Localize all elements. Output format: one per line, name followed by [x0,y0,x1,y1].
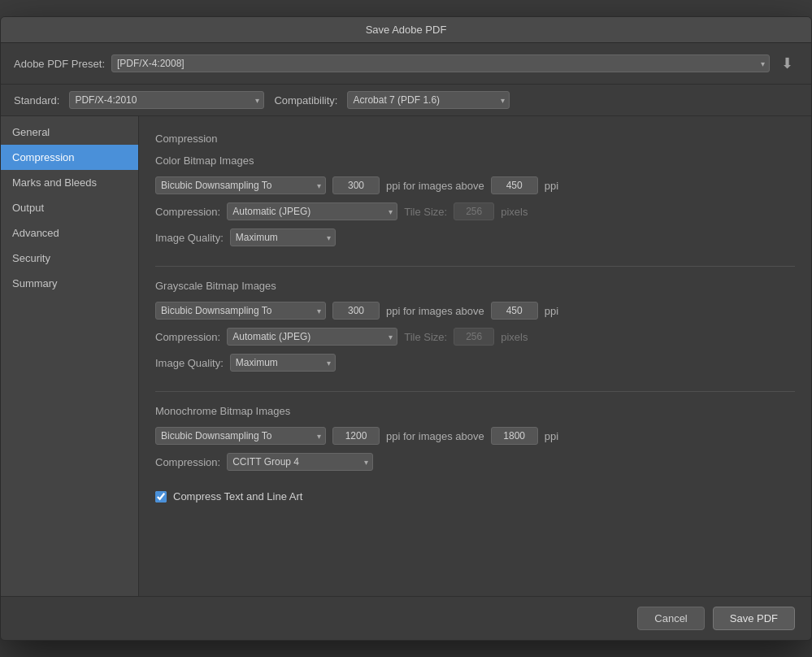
gray-compression-label: Compression: [155,331,220,343]
gray-quality-select[interactable]: Maximum [230,354,336,372]
download-preset-button[interactable]: ⬇ [776,53,798,74]
gray-tile-size-input [454,328,494,346]
color-sampling-select[interactable]: Bicubic Downsampling To [155,176,326,194]
color-sampling-row: Bicubic Downsampling To ppi for images a… [155,176,795,194]
sidebar: General Compression Marks and Bleeds Out… [1,116,139,596]
compress-text-label[interactable]: Compress Text and Line Art [173,490,302,503]
content-area: Compression Color Bitmap Images Bicubic … [139,116,811,596]
sidebar-item-compression[interactable]: Compression [1,145,138,170]
preset-label: Adobe PDF Preset: [14,58,105,70]
color-quality-label: Image Quality: [155,232,224,244]
sidebar-item-summary[interactable]: Summary [1,271,138,296]
color-quality-row: Image Quality: Maximum [155,228,795,246]
gray-sampling-wrapper: Bicubic Downsampling To [155,302,326,320]
color-ppi-input[interactable] [332,176,380,194]
color-compression-row: Compression: Automatic (JPEG) Tile Size:… [155,202,795,220]
color-quality-select[interactable]: Maximum [230,228,336,246]
sidebar-item-advanced[interactable]: Advanced [1,220,138,246]
compatibility-label: Compatibility: [274,94,337,107]
mono-ppi-input[interactable] [332,427,380,445]
gray-quality-row: Image Quality: Maximum [155,354,795,372]
sidebar-item-marks-and-bleeds[interactable]: Marks and Bleeds [1,170,138,195]
preset-select[interactable]: [PDF/X-4:2008] [111,54,770,72]
color-compression-select[interactable]: Automatic (JPEG) [227,202,397,220]
color-sampling-wrapper: Bicubic Downsampling To [155,176,326,194]
gray-tile-size-label: Tile Size: [404,331,447,343]
dialog-title: Save Adobe PDF [366,24,447,36]
compatibility-select-wrapper: Acrobat 7 (PDF 1.6) [347,91,510,109]
color-ppi-label: ppi [545,180,558,192]
mono-compression-row: Compression: CCITT Group 4 [155,453,795,471]
monochrome-bitmap-title: Monochrome Bitmap Images [155,405,795,417]
preset-select-wrapper: [PDF/X-4:2008] [111,54,770,72]
mono-ppi-above-input[interactable] [491,427,538,445]
mono-sampling-row: Bicubic Downsampling To ppi for images a… [155,427,795,445]
bottom-bar: Cancel Save PDF [1,596,811,640]
mono-sampling-wrapper: Bicubic Downsampling To [155,427,326,445]
color-bitmap-section: Color Bitmap Images Bicubic Downsampling… [155,154,795,246]
compress-text-checkbox[interactable] [155,491,167,503]
gray-quality-wrapper: Maximum [230,354,336,372]
mono-sampling-select[interactable]: Bicubic Downsampling To [155,427,326,445]
color-quality-wrapper: Maximum [230,228,336,246]
mono-compression-label: Compression: [155,456,220,468]
cancel-button[interactable]: Cancel [637,607,704,630]
standard-label: Standard: [14,94,59,107]
color-compression-wrapper: Automatic (JPEG) [227,202,397,220]
preset-row: Adobe PDF Preset: [PDF/X-4:2008] ⬇ [1,43,811,85]
section-title: Compression [155,133,795,145]
save-pdf-dialog: Save Adobe PDF Adobe PDF Preset: [PDF/X-… [0,16,812,641]
gray-quality-label: Image Quality: [155,357,224,369]
gray-ppi-above-input[interactable] [491,302,538,320]
mono-ppi-above-label: ppi for images above [386,430,484,442]
color-tile-size-label: Tile Size: [404,206,447,218]
color-bitmap-title: Color Bitmap Images [155,154,795,167]
gray-compression-wrapper: Automatic (JPEG) [227,328,397,346]
color-ppi-above-input[interactable] [491,176,538,194]
color-tile-size-input [454,202,494,220]
mono-ppi-label: ppi [545,430,558,442]
compatibility-select[interactable]: Acrobat 7 (PDF 1.6) [347,91,510,109]
mono-compression-select[interactable]: CCITT Group 4 [227,453,373,471]
standard-select-wrapper: PDF/X-4:2010 [69,91,264,109]
sidebar-item-output[interactable]: Output [1,195,138,220]
gray-compression-select[interactable]: Automatic (JPEG) [227,328,397,346]
grayscale-bitmap-section: Grayscale Bitmap Images Bicubic Downsamp… [155,280,795,372]
compress-text-row: Compress Text and Line Art [155,490,795,503]
main-area: General Compression Marks and Bleeds Out… [1,116,811,596]
sidebar-item-general[interactable]: General [1,120,138,145]
color-pixels-label: pixels [501,206,528,218]
grayscale-bitmap-title: Grayscale Bitmap Images [155,280,795,292]
standard-select[interactable]: PDF/X-4:2010 [69,91,264,109]
gray-ppi-label: ppi [545,305,558,317]
gray-sampling-select[interactable]: Bicubic Downsampling To [155,302,326,320]
monochrome-bitmap-section: Monochrome Bitmap Images Bicubic Downsam… [155,405,795,471]
mono-compression-wrapper: CCITT Group 4 [227,453,373,471]
color-compression-label: Compression: [155,206,220,218]
color-ppi-above-label: ppi for images above [386,180,484,192]
gray-sampling-row: Bicubic Downsampling To ppi for images a… [155,302,795,320]
gray-ppi-above-label: ppi for images above [386,305,484,317]
gray-pixels-label: pixels [501,331,528,343]
sidebar-item-security[interactable]: Security [1,246,138,271]
divider-2 [155,391,795,392]
gray-compression-row: Compression: Automatic (JPEG) Tile Size:… [155,328,795,346]
save-pdf-button[interactable]: Save PDF [713,607,795,630]
standard-row: Standard: PDF/X-4:2010 Compatibility: Ac… [1,85,811,116]
divider-1 [155,266,795,267]
title-bar: Save Adobe PDF [1,17,811,43]
gray-ppi-input[interactable] [332,302,380,320]
